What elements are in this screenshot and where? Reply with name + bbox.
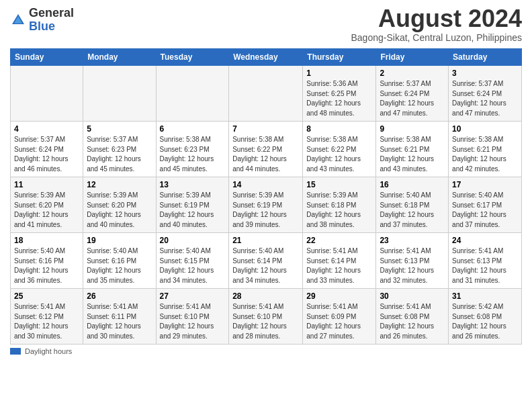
day-info: Sunrise: 5:41 AM Sunset: 6:10 PM Dayligh…	[232, 302, 299, 341]
calendar-cell: 10Sunrise: 5:38 AM Sunset: 6:21 PM Dayli…	[449, 122, 522, 177]
day-number: 31	[452, 291, 518, 301]
day-number: 30	[380, 291, 445, 301]
legend-color	[10, 348, 21, 355]
day-info: Sunrise: 5:39 AM Sunset: 6:18 PM Dayligh…	[306, 191, 372, 230]
logo-blue: Blue	[29, 19, 55, 33]
calendar-week-row: 11Sunrise: 5:39 AM Sunset: 6:20 PM Dayli…	[11, 177, 522, 233]
calendar-table: SundayMondayTuesdayWednesdayThursdayFrid…	[10, 48, 522, 345]
day-info: Sunrise: 5:41 AM Sunset: 6:09 PM Dayligh…	[306, 302, 372, 341]
day-number: 13	[160, 180, 226, 189]
day-info: Sunrise: 5:40 AM Sunset: 6:14 PM Dayligh…	[232, 246, 299, 285]
weekday-header: Friday	[376, 49, 449, 66]
day-info: Sunrise: 5:38 AM Sunset: 6:23 PM Dayligh…	[160, 135, 226, 174]
day-info: Sunrise: 5:39 AM Sunset: 6:20 PM Dayligh…	[14, 191, 79, 230]
calendar-cell: 27Sunrise: 5:41 AM Sunset: 6:10 PM Dayli…	[156, 289, 229, 345]
calendar-week-row: 1Sunrise: 5:36 AM Sunset: 6:25 PM Daylig…	[11, 66, 522, 122]
calendar-header-row: SundayMondayTuesdayWednesdayThursdayFrid…	[11, 49, 522, 66]
day-number: 8	[306, 124, 372, 134]
calendar-cell: 6Sunrise: 5:38 AM Sunset: 6:23 PM Daylig…	[156, 122, 229, 177]
logo-general: General	[29, 6, 74, 19]
location-subtitle: Bagong-Sikat, Central Luzon, Philippines	[351, 32, 523, 43]
day-number: 23	[380, 236, 445, 245]
day-info: Sunrise: 5:41 AM Sunset: 6:13 PM Dayligh…	[380, 246, 445, 285]
day-info: Sunrise: 5:38 AM Sunset: 6:21 PM Dayligh…	[380, 135, 445, 174]
month-title: August 2024	[351, 7, 523, 31]
day-number: 16	[380, 180, 445, 189]
day-number: 5	[87, 124, 152, 134]
calendar-cell: 22Sunrise: 5:41 AM Sunset: 6:14 PM Dayli…	[303, 233, 376, 289]
title-block: August 2024 Bagong-Sikat, Central Luzon,…	[351, 7, 523, 43]
calendar-cell: 7Sunrise: 5:38 AM Sunset: 6:22 PM Daylig…	[229, 122, 303, 177]
calendar-cell: 17Sunrise: 5:40 AM Sunset: 6:17 PM Dayli…	[449, 177, 522, 233]
day-number: 26	[87, 291, 152, 301]
day-info: Sunrise: 5:41 AM Sunset: 6:08 PM Dayligh…	[380, 302, 445, 341]
calendar-cell: 26Sunrise: 5:41 AM Sunset: 6:11 PM Dayli…	[83, 289, 156, 345]
legend-row: Daylight hours	[10, 347, 522, 355]
day-number: 1	[306, 68, 372, 78]
day-info: Sunrise: 5:40 AM Sunset: 6:16 PM Dayligh…	[14, 246, 79, 285]
calendar-cell: 30Sunrise: 5:41 AM Sunset: 6:08 PM Dayli…	[376, 289, 449, 345]
logo: General Blue	[10, 7, 74, 34]
weekday-header: Wednesday	[229, 49, 303, 66]
day-number: 17	[452, 180, 518, 189]
weekday-header: Saturday	[449, 49, 522, 66]
day-number: 19	[87, 236, 152, 245]
calendar-cell: 19Sunrise: 5:40 AM Sunset: 6:16 PM Dayli…	[83, 233, 156, 289]
calendar-cell: 31Sunrise: 5:42 AM Sunset: 6:08 PM Dayli…	[449, 289, 522, 345]
calendar-cell: 12Sunrise: 5:39 AM Sunset: 6:20 PM Dayli…	[83, 177, 156, 233]
day-number: 21	[232, 236, 299, 245]
day-number: 2	[380, 68, 445, 78]
calendar-cell: 8Sunrise: 5:38 AM Sunset: 6:22 PM Daylig…	[303, 122, 376, 177]
calendar-cell: 18Sunrise: 5:40 AM Sunset: 6:16 PM Dayli…	[11, 233, 83, 289]
day-number: 6	[160, 124, 226, 134]
calendar-week-row: 18Sunrise: 5:40 AM Sunset: 6:16 PM Dayli…	[11, 233, 522, 289]
day-info: Sunrise: 5:37 AM Sunset: 6:23 PM Dayligh…	[87, 135, 152, 174]
day-number: 24	[452, 236, 518, 245]
day-number: 18	[14, 236, 79, 245]
logo-text: General Blue	[29, 7, 74, 34]
day-number: 10	[452, 124, 518, 134]
day-info: Sunrise: 5:41 AM Sunset: 6:11 PM Dayligh…	[87, 302, 152, 341]
day-number: 14	[232, 180, 299, 189]
day-number: 9	[380, 124, 445, 134]
weekday-header: Tuesday	[156, 49, 229, 66]
calendar-cell: 5Sunrise: 5:37 AM Sunset: 6:23 PM Daylig…	[83, 122, 156, 177]
calendar-cell: 1Sunrise: 5:36 AM Sunset: 6:25 PM Daylig…	[303, 66, 376, 122]
page-container: General Blue August 2024 Bagong-Sikat, C…	[0, 0, 532, 359]
day-number: 3	[452, 68, 518, 78]
calendar-cell: 25Sunrise: 5:41 AM Sunset: 6:12 PM Dayli…	[11, 289, 83, 345]
calendar-week-row: 25Sunrise: 5:41 AM Sunset: 6:12 PM Dayli…	[11, 289, 522, 345]
day-info: Sunrise: 5:37 AM Sunset: 6:24 PM Dayligh…	[452, 79, 518, 118]
day-info: Sunrise: 5:41 AM Sunset: 6:10 PM Dayligh…	[160, 302, 226, 341]
day-number: 28	[232, 291, 299, 301]
day-info: Sunrise: 5:40 AM Sunset: 6:17 PM Dayligh…	[452, 191, 518, 230]
calendar-cell: 29Sunrise: 5:41 AM Sunset: 6:09 PM Dayli…	[303, 289, 376, 345]
calendar-cell: 13Sunrise: 5:39 AM Sunset: 6:19 PM Dayli…	[156, 177, 229, 233]
calendar-cell: 24Sunrise: 5:41 AM Sunset: 6:13 PM Dayli…	[449, 233, 522, 289]
day-number: 11	[14, 180, 79, 189]
day-info: Sunrise: 5:40 AM Sunset: 6:16 PM Dayligh…	[87, 246, 152, 285]
calendar-cell: 16Sunrise: 5:40 AM Sunset: 6:18 PM Dayli…	[376, 177, 449, 233]
calendar-cell: 23Sunrise: 5:41 AM Sunset: 6:13 PM Dayli…	[376, 233, 449, 289]
calendar-cell: 3Sunrise: 5:37 AM Sunset: 6:24 PM Daylig…	[449, 66, 522, 122]
day-info: Sunrise: 5:41 AM Sunset: 6:13 PM Dayligh…	[452, 246, 518, 285]
day-number: 7	[232, 124, 299, 134]
day-info: Sunrise: 5:40 AM Sunset: 6:18 PM Dayligh…	[380, 191, 445, 230]
calendar-cell: 2Sunrise: 5:37 AM Sunset: 6:24 PM Daylig…	[376, 66, 449, 122]
day-number: 15	[306, 180, 372, 189]
day-info: Sunrise: 5:39 AM Sunset: 6:19 PM Dayligh…	[160, 191, 226, 230]
day-info: Sunrise: 5:37 AM Sunset: 6:24 PM Dayligh…	[14, 135, 79, 174]
day-info: Sunrise: 5:38 AM Sunset: 6:21 PM Dayligh…	[452, 135, 518, 174]
day-info: Sunrise: 5:42 AM Sunset: 6:08 PM Dayligh…	[452, 302, 518, 341]
weekday-header: Monday	[83, 49, 156, 66]
header: General Blue August 2024 Bagong-Sikat, C…	[10, 7, 522, 43]
legend-label: Daylight hours	[25, 347, 72, 355]
day-info: Sunrise: 5:40 AM Sunset: 6:15 PM Dayligh…	[160, 246, 226, 285]
calendar-cell: 14Sunrise: 5:39 AM Sunset: 6:19 PM Dayli…	[229, 177, 303, 233]
day-number: 29	[306, 291, 372, 301]
day-number: 22	[306, 236, 372, 245]
day-number: 25	[14, 291, 79, 301]
day-info: Sunrise: 5:38 AM Sunset: 6:22 PM Dayligh…	[306, 135, 372, 174]
day-info: Sunrise: 5:39 AM Sunset: 6:20 PM Dayligh…	[87, 191, 152, 230]
weekday-header: Sunday	[11, 49, 83, 66]
